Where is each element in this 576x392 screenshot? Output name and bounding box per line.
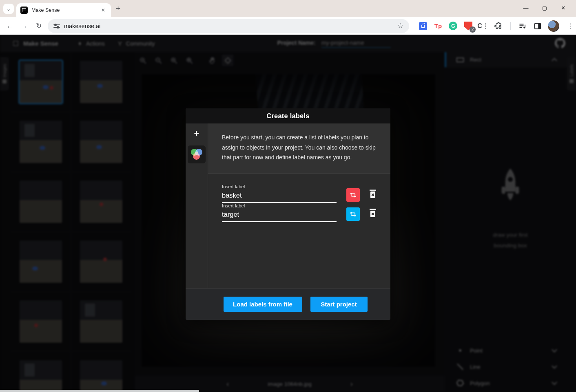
grammarly-extension-icon[interactable]: G	[448, 21, 458, 31]
tab-search-button[interactable]: ⌄	[3, 4, 14, 14]
label-row: Insert label	[222, 203, 390, 222]
load-labels-button[interactable]: Load labels from file	[224, 297, 302, 312]
extensions-puzzle-icon[interactable]	[494, 21, 503, 31]
label-name-input[interactable]	[222, 190, 337, 203]
window-close-button[interactable]: ✕	[554, 2, 573, 14]
url-text[interactable]: makesense.ai	[64, 23, 397, 29]
site-settings-icon[interactable]	[53, 23, 60, 29]
privacy-shield-extension-icon[interactable]	[418, 21, 428, 31]
window-minimize-button[interactable]: —	[516, 2, 535, 14]
reload-icon[interactable]: ↻	[31, 22, 46, 30]
tab-close-icon[interactable]: ✕	[100, 7, 107, 14]
screen: ⌄ Make Sense ✕ + — ▢ ✕ ← → ↻ makesense.a…	[0, 0, 576, 392]
window-maximize-button[interactable]: ▢	[535, 2, 554, 14]
insert-label-caption: Insert label	[222, 203, 337, 208]
browser-menu-icon[interactable]: ⋮	[565, 22, 576, 30]
browser-tabstrip: ⌄ Make Sense ✕ + — ▢ ✕	[0, 0, 576, 17]
label-list: Insert label	[208, 174, 390, 288]
delete-label-icon[interactable]	[369, 209, 377, 219]
side-panel-icon[interactable]	[533, 21, 543, 31]
modal-side-strip: +	[186, 123, 208, 288]
modal-title: Create labels	[186, 108, 390, 123]
modal-footer: Load labels from file Start project	[186, 288, 390, 320]
playlist-extension-icon[interactable]	[518, 21, 527, 31]
c-extension-icon[interactable]: C⋮	[479, 21, 488, 31]
browser-tab[interactable]: Make Sense ✕	[16, 3, 111, 17]
bookmark-star-icon[interactable]: ☆	[397, 22, 403, 30]
toolbar-divider	[510, 22, 511, 30]
label-color-swap-button[interactable]	[346, 207, 360, 221]
start-project-button[interactable]: Start project	[310, 297, 368, 312]
extension-badge: 2	[470, 26, 476, 33]
create-labels-modal: Create labels + Before you start, you ca…	[186, 108, 390, 320]
makesense-favicon	[20, 7, 28, 14]
adguard-extension-icon[interactable]: 2	[463, 21, 473, 31]
color-palette-icon[interactable]	[188, 145, 206, 163]
tab-title: Make Sense	[31, 7, 100, 13]
modal-description: Before you start, you can create a list …	[208, 123, 390, 174]
tp-extension-icon[interactable]: Tp	[433, 21, 443, 31]
label-row: Insert label	[222, 184, 390, 203]
profile-avatar[interactable]	[548, 20, 559, 32]
new-tab-button[interactable]: +	[116, 4, 120, 13]
delete-label-icon[interactable]	[369, 189, 377, 200]
makesense-app: Make Sense Actions Community Project Nam…	[0, 35, 576, 392]
label-color-swap-button[interactable]	[346, 188, 360, 202]
back-icon[interactable]: ←	[2, 22, 17, 30]
browser-toolbar: ← → ↻ makesense.ai ☆ Tp G 2 C⋮	[0, 17, 576, 35]
label-name-input[interactable]	[222, 209, 337, 222]
browser-status-bubble	[0, 390, 199, 392]
forward-icon[interactable]: →	[17, 22, 32, 30]
insert-label-caption: Insert label	[222, 184, 337, 189]
add-label-button[interactable]: +	[194, 129, 199, 138]
address-bar[interactable]: makesense.ai ☆	[48, 19, 409, 33]
